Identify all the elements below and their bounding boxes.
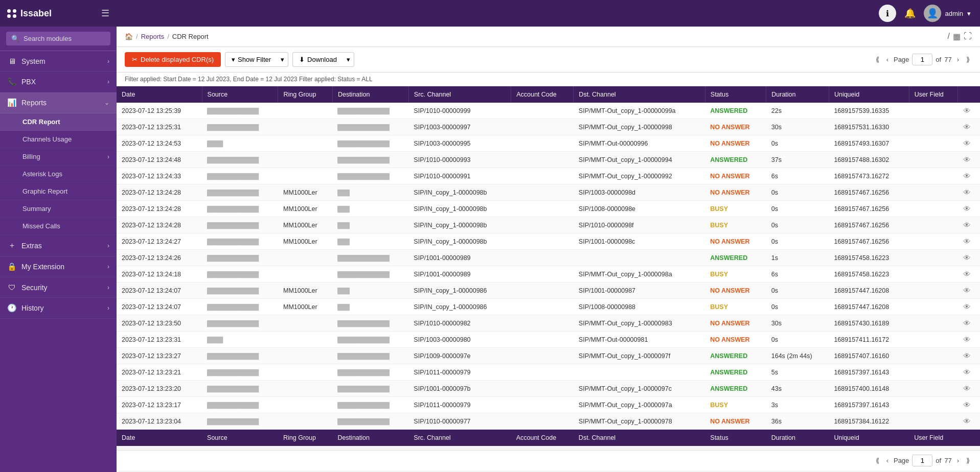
cell-uniqueid: 1689157447.16208 bbox=[829, 282, 909, 299]
eye-icon[interactable]: 👁 bbox=[963, 139, 971, 148]
cell-dst-channel bbox=[574, 250, 705, 266]
eye-icon[interactable]: 👁 bbox=[963, 302, 971, 311]
breadcrumb-table-icon[interactable]: ▦ bbox=[953, 32, 961, 41]
breadcrumb-expand-icon[interactable]: ⛶ bbox=[964, 32, 972, 41]
page-input-bottom[interactable] bbox=[912, 455, 932, 466]
next-page-bottom[interactable]: › bbox=[955, 456, 961, 465]
cell-eye[interactable]: 👁 bbox=[958, 282, 980, 299]
cell-eye[interactable]: 👁 bbox=[958, 135, 980, 152]
cell-duration: 0s bbox=[766, 201, 829, 217]
page-input[interactable] bbox=[912, 54, 932, 65]
cell-duration: 0s bbox=[766, 184, 829, 201]
cell-eye[interactable]: 👁 bbox=[958, 250, 980, 266]
cell-ring-group bbox=[278, 119, 332, 135]
cell-eye[interactable]: 👁 bbox=[958, 266, 980, 282]
last-page-bottom[interactable]: ⟫ bbox=[964, 456, 972, 465]
sidebar-item-history[interactable]: 🕐 History › bbox=[0, 298, 117, 319]
cell-eye[interactable]: 👁 bbox=[958, 381, 980, 397]
page-label-bottom: Page bbox=[894, 457, 909, 464]
sidebar-item-extras[interactable]: ＋ Extras › bbox=[0, 235, 117, 256]
eye-icon[interactable]: 👁 bbox=[963, 270, 971, 278]
cell-src-channel: SIP/IN_copy_1-00000986 bbox=[408, 282, 511, 299]
cell-eye[interactable]: 👁 bbox=[958, 152, 980, 168]
sidebar-item-pbx[interactable]: 📞 PBX › bbox=[0, 72, 117, 92]
sidebar-item-my-extension[interactable]: 🔒 My Extension › bbox=[0, 256, 117, 277]
breadcrumb: 🏠 / Reports / CDR Report / ▦ ⛶ bbox=[117, 27, 980, 47]
sidebar-sub-billing[interactable]: Billing › bbox=[0, 148, 117, 166]
info-button[interactable]: ℹ bbox=[879, 5, 896, 22]
prev-page-bottom[interactable]: ‹ bbox=[884, 456, 891, 465]
eye-icon[interactable]: 👁 bbox=[963, 172, 971, 180]
cell-eye[interactable]: 👁 bbox=[958, 299, 980, 315]
delete-cdr-button[interactable]: ✂ Delete displayed CDR(s) bbox=[125, 52, 221, 67]
eye-icon[interactable]: 👁 bbox=[963, 106, 971, 115]
cell-eye[interactable]: 👁 bbox=[958, 364, 980, 381]
cell-eye[interactable]: 👁 bbox=[958, 413, 980, 430]
cell-eye[interactable]: 👁 bbox=[958, 233, 980, 250]
sidebar-sub-graphic-report[interactable]: Graphic Report bbox=[0, 183, 117, 200]
eye-icon[interactable]: 👁 bbox=[963, 319, 971, 327]
cell-ring-group: MM1000Ler bbox=[278, 201, 332, 217]
eye-icon[interactable]: 👁 bbox=[963, 237, 971, 246]
hamburger-icon[interactable]: ☰ bbox=[101, 8, 109, 19]
cell-eye[interactable]: 👁 bbox=[958, 119, 980, 135]
breadcrumb-parent[interactable]: Reports bbox=[141, 33, 165, 40]
cell-src-channel: SIP/1011-00000979 bbox=[408, 397, 511, 413]
sidebar-sub-missed-calls[interactable]: Missed Calls bbox=[0, 218, 117, 235]
sidebar-sub-summary[interactable]: Summary bbox=[0, 200, 117, 218]
eye-icon[interactable]: 👁 bbox=[963, 155, 971, 164]
search-input[interactable] bbox=[24, 35, 105, 42]
bell-button[interactable]: 🔔 bbox=[904, 8, 916, 19]
sidebar-item-system[interactable]: 🖥 System › bbox=[0, 51, 117, 72]
cell-eye[interactable]: 👁 bbox=[958, 103, 980, 119]
download-button[interactable]: ⬇ Download bbox=[292, 52, 343, 67]
eye-icon[interactable]: 👁 bbox=[963, 384, 971, 393]
cell-uniqueid: 1689157467.16256 bbox=[829, 184, 909, 201]
eye-icon[interactable]: 👁 bbox=[963, 400, 971, 409]
prev-page-button[interactable]: ‹ bbox=[884, 55, 891, 64]
sidebar-item-reports[interactable]: 📊 Reports ⌄ bbox=[0, 92, 117, 113]
sidebar-sub-channels-usage[interactable]: Channels Usage bbox=[0, 131, 117, 148]
cell-eye[interactable]: 👁 bbox=[958, 184, 980, 201]
cell-user-field bbox=[909, 332, 958, 348]
eye-icon[interactable]: 👁 bbox=[963, 417, 971, 426]
eye-icon[interactable]: 👁 bbox=[963, 123, 971, 131]
col-account-code: Account Code bbox=[511, 86, 574, 103]
next-page-button[interactable]: › bbox=[955, 55, 961, 64]
last-page-button[interactable]: ⟫ bbox=[964, 55, 972, 64]
filter-dropdown-button[interactable]: ▾ bbox=[277, 52, 288, 67]
eye-icon[interactable]: 👁 bbox=[963, 253, 971, 262]
cell-eye[interactable]: 👁 bbox=[958, 217, 980, 233]
sidebar-sub-asterisk-logs[interactable]: Asterisk Logs bbox=[0, 166, 117, 183]
logo[interactable]: Issabel bbox=[7, 8, 52, 19]
first-page-bottom[interactable]: ⟪ bbox=[874, 456, 881, 465]
cell-src-channel: SIP/1010-00000991 bbox=[408, 168, 511, 184]
user-menu[interactable]: 👤 admin ▾ bbox=[924, 5, 971, 22]
eye-icon[interactable]: 👁 bbox=[963, 188, 971, 197]
cell-eye[interactable]: 👁 bbox=[958, 332, 980, 348]
eye-icon[interactable]: 👁 bbox=[963, 335, 971, 344]
sidebar-sub-cdr-report[interactable]: CDR Report bbox=[0, 113, 117, 131]
cell-eye[interactable]: 👁 bbox=[958, 397, 980, 413]
cell-date: 2023-07-12 13:25:39 bbox=[117, 103, 202, 119]
eye-icon[interactable]: 👁 bbox=[963, 286, 971, 295]
eye-icon[interactable]: 👁 bbox=[963, 351, 971, 360]
cell-eye[interactable]: 👁 bbox=[958, 315, 980, 332]
sidebar-item-security[interactable]: 🛡 Security › bbox=[0, 277, 117, 298]
cell-account-code bbox=[511, 364, 574, 381]
cell-destination: █████████████ bbox=[332, 266, 408, 282]
cell-eye[interactable]: 👁 bbox=[958, 168, 980, 184]
cell-ring-group bbox=[278, 152, 332, 168]
home-icon[interactable]: 🏠 bbox=[125, 33, 133, 40]
eye-icon[interactable]: 👁 bbox=[963, 204, 971, 213]
cell-eye[interactable]: 👁 bbox=[958, 201, 980, 217]
eye-icon[interactable]: 👁 bbox=[963, 221, 971, 229]
eye-icon[interactable]: 👁 bbox=[963, 368, 971, 376]
cell-duration: 1s bbox=[766, 250, 829, 266]
first-page-button[interactable]: ⟪ bbox=[874, 55, 881, 64]
cell-eye[interactable]: 👁 bbox=[958, 348, 980, 364]
cell-dst-channel: SIP/1001-0000098c bbox=[574, 233, 705, 250]
show-filter-button[interactable]: ▾ Show Filter bbox=[225, 52, 277, 67]
download-dropdown-button[interactable]: ▾ bbox=[343, 52, 354, 67]
sidebar-label-history: History bbox=[21, 304, 44, 312]
